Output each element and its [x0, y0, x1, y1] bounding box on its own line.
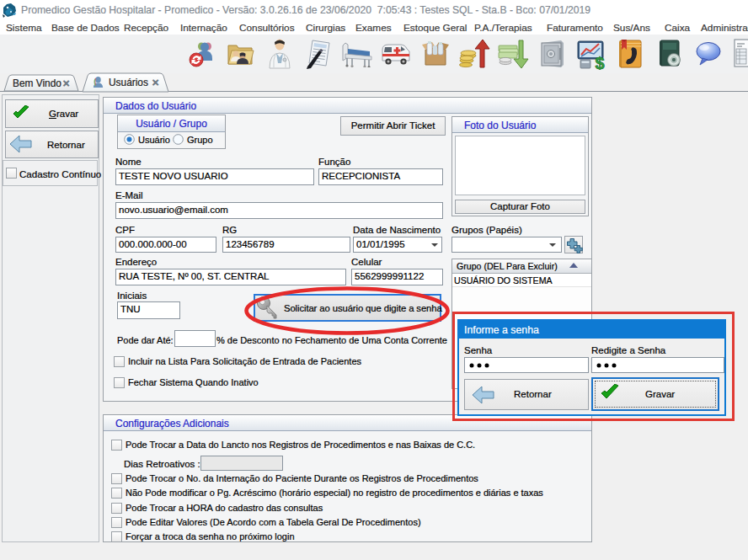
svg-text:$: $ — [595, 54, 604, 70]
